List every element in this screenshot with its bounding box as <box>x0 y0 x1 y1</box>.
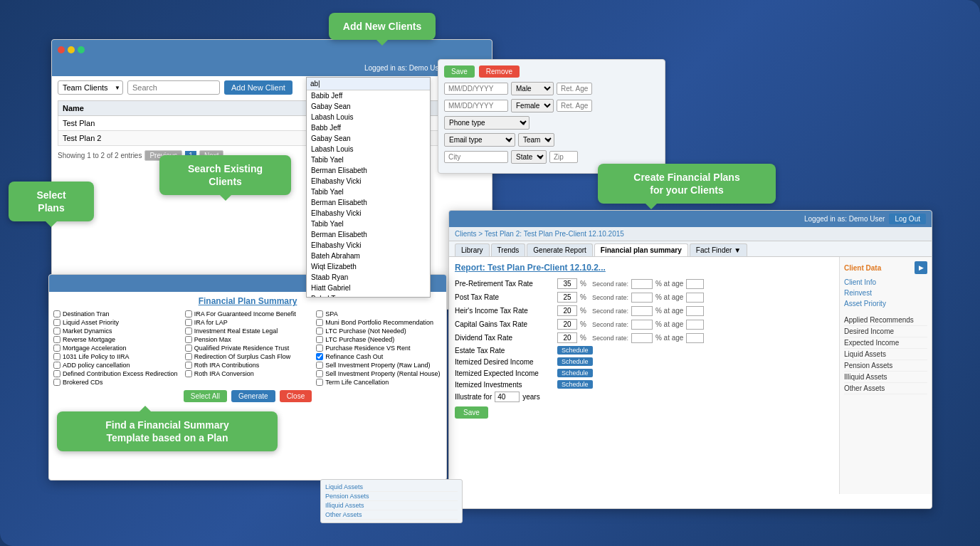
tab-generate-report[interactable]: Generate Report <box>527 243 593 256</box>
checkbox-row: IRA For Guaranteed Income Benefit <box>185 310 311 317</box>
pre-retirement-rate-input[interactable] <box>557 278 577 289</box>
checkbox-add-policy[interactable] <box>53 362 60 369</box>
list-item[interactable]: Elhabashy Vicki <box>307 240 430 251</box>
checkbox-roth-ira-contrib[interactable] <box>185 362 192 369</box>
checkbox-sell-raw-land[interactable] <box>316 362 323 369</box>
client-search-input[interactable] <box>127 80 220 95</box>
dividend-rate-input[interactable] <box>557 332 577 343</box>
list-item[interactable]: Gabay Sean <box>307 133 430 144</box>
ret-age-female-input[interactable] <box>557 100 592 112</box>
checkbox-refinance[interactable] <box>316 353 323 360</box>
post-tax-rate-input[interactable] <box>557 292 577 303</box>
team-clients-select[interactable]: Team Clients <box>58 80 123 95</box>
pre-retirement-second-rate[interactable] <box>631 279 653 289</box>
dob-male-input[interactable] <box>444 83 508 95</box>
sidebar-nav-client-info[interactable]: Client Info <box>844 277 927 288</box>
checkbox-brokered-cds[interactable] <box>53 379 60 386</box>
dividend-second-rate[interactable] <box>631 333 653 343</box>
checkbox-ira-guaranteed[interactable] <box>185 310 192 317</box>
list-item[interactable]: Wiqt Elizabeth <box>307 261 430 272</box>
list-item[interactable]: Tabib Yael <box>307 154 430 165</box>
checkbox-liquid-asset[interactable] <box>53 319 60 326</box>
list-item[interactable]: Elhabashy Vicki <box>307 176 430 187</box>
checkbox-roth-ira-conv[interactable] <box>185 370 192 377</box>
list-item[interactable]: Tabib Yael <box>307 219 430 229</box>
checkbox-ltc-needed[interactable] <box>316 336 323 343</box>
checkbox-row: Muni Bond Portfolio Recommendation <box>316 319 442 326</box>
remove-button[interactable]: Remove <box>479 65 520 78</box>
list-item[interactable]: Tabib Yael <box>307 187 430 197</box>
pre-retirement-age[interactable] <box>686 279 704 289</box>
checkbox-term-life-cancel[interactable] <box>316 379 323 386</box>
zip-input[interactable] <box>549 151 578 163</box>
dropdown-search-input[interactable] <box>307 78 430 90</box>
checkbox-pension-max[interactable] <box>185 336 192 343</box>
email-type-select[interactable]: Email type <box>444 133 515 147</box>
list-item[interactable]: Babb Jeff <box>307 122 430 133</box>
investments-schedule-button[interactable]: Schedule <box>557 380 593 389</box>
add-new-client-button[interactable]: Add New Client <box>224 80 293 95</box>
gender-female-select[interactable]: FemaleMale <box>511 99 554 112</box>
dob-female-input[interactable] <box>444 100 508 112</box>
checkbox-investment-real-estate[interactable] <box>185 327 192 335</box>
heirs-second-rate[interactable] <box>631 306 653 316</box>
post-second-rate[interactable] <box>631 293 653 303</box>
heirs-rate-input[interactable] <box>557 305 577 316</box>
plan-logout-button[interactable]: Log Out <box>889 214 926 224</box>
list-item[interactable]: Elhabashy Vicki <box>307 208 430 219</box>
checkbox-market-dynamics[interactable] <box>53 327 60 335</box>
list-item[interactable]: Labash Louis <box>307 144 430 154</box>
sidebar-nav-asset-priority[interactable]: Asset Priority <box>844 298 927 309</box>
list-item[interactable]: Hiatt Gabriel <box>307 283 430 293</box>
list-item[interactable]: Berman Elisabeth <box>307 197 430 208</box>
list-item[interactable]: Babib Jeff <box>307 90 430 101</box>
ret-age-male-input[interactable] <box>557 83 592 95</box>
select-all-button[interactable]: Select All <box>184 390 227 402</box>
checkbox-destination-tran[interactable] <box>53 310 60 317</box>
save-button[interactable]: Save <box>444 65 475 78</box>
sidebar-nav-reinvest[interactable]: Reinvest <box>844 288 927 298</box>
checkbox-redirection[interactable] <box>185 353 192 360</box>
city-input[interactable] <box>444 151 508 163</box>
tab-trends[interactable]: Trends <box>491 243 526 256</box>
list-item[interactable]: Bateh Abraham <box>307 251 430 261</box>
tab-library[interactable]: Library <box>455 243 490 256</box>
plan-save-button[interactable]: Save <box>455 406 488 419</box>
checkbox-muni-bond[interactable] <box>316 319 323 326</box>
checkbox-spa[interactable] <box>316 310 323 317</box>
team-select[interactable]: Team <box>518 133 554 147</box>
list-item[interactable]: Staab Ryan <box>307 272 430 283</box>
tab-financial-plan-summary[interactable]: Financial plan summary <box>594 243 688 256</box>
estate-tax-schedule-button[interactable]: Schedule <box>557 346 593 355</box>
expected-income-schedule-button[interactable]: Schedule <box>557 369 593 377</box>
generate-button[interactable]: Generate <box>231 390 275 402</box>
cap-gains-rate-input[interactable] <box>557 319 577 330</box>
illustrate-years-input[interactable] <box>495 392 520 402</box>
list-item[interactable]: Berman Elisabeth <box>307 229 430 240</box>
cap-gains-second-rate[interactable] <box>631 320 653 330</box>
list-item[interactable]: Labash Louis <box>307 112 430 122</box>
desired-income-schedule-button[interactable]: Schedule <box>557 357 593 366</box>
close-template-button[interactable]: Close <box>280 390 312 402</box>
checkbox-ltc-not-needed[interactable] <box>316 327 323 335</box>
checkbox-sell-rental[interactable] <box>316 370 323 377</box>
post-age[interactable] <box>686 293 704 303</box>
checkbox-mortgage-accel[interactable] <box>53 345 60 352</box>
tab-fact-finder[interactable]: Fact Finder ▼ <box>690 243 747 256</box>
cap-gains-age[interactable] <box>686 320 704 330</box>
checkbox-reverse-mortgage[interactable] <box>53 336 60 343</box>
checkbox-qualified-trust[interactable] <box>185 345 192 352</box>
list-item[interactable]: Babel Tanya <box>307 293 430 297</box>
list-item[interactable]: Berman Elisabeth <box>307 165 430 176</box>
dividend-age[interactable] <box>686 333 704 343</box>
state-select[interactable]: State <box>511 150 547 164</box>
checkbox-defined-contrib[interactable] <box>53 370 60 377</box>
client-data-play-button[interactable]: ▶ <box>915 261 927 274</box>
phone-type-select[interactable]: Phone type <box>444 116 529 130</box>
heirs-age[interactable] <box>686 306 704 316</box>
checkbox-ira-lap[interactable] <box>185 319 192 326</box>
gender-male-select[interactable]: MaleFemale <box>511 82 554 95</box>
list-item[interactable]: Gabay Sean <box>307 101 430 112</box>
checkbox-1031[interactable] <box>53 353 60 360</box>
checkbox-purchase-residence[interactable] <box>316 345 323 352</box>
